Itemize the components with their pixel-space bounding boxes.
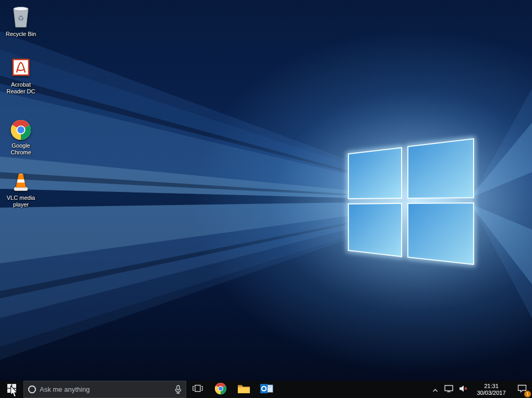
start-button[interactable]	[0, 381, 23, 398]
desktop-icon-acrobat-reader[interactable]: Acrobat Reader DC	[1, 54, 41, 95]
desktop-icon-vlc[interactable]: VLC media player	[1, 167, 41, 208]
tray-network-button[interactable]	[441, 381, 456, 398]
desktop-icon-recycle-bin[interactable]: ♻ Recycle Bin	[1, 3, 41, 38]
file-explorer-icon	[237, 383, 250, 396]
wallpaper-windows-hero	[0, 0, 532, 381]
desktop-icon-google-chrome[interactable]: Google Chrome	[1, 115, 41, 156]
desktop-screen: ♻ Recycle Bin Acrobat Reader DC G	[0, 0, 532, 398]
tray-clock[interactable]: 21:31 30/03/2017	[470, 381, 512, 398]
desktop-icon-label: Google Chrome	[1, 142, 41, 156]
outlook-icon	[260, 383, 273, 396]
task-view-icon	[192, 384, 203, 394]
microphone-icon[interactable]	[175, 385, 182, 394]
task-view-button[interactable]	[186, 381, 209, 398]
search-input[interactable]	[40, 385, 171, 393]
tray-volume-button[interactable]	[456, 381, 470, 398]
display-icon	[444, 385, 453, 394]
chevron-up-icon	[432, 385, 438, 394]
system-tray: 21:31 30/03/2017 1	[429, 381, 532, 398]
start-icon	[7, 384, 16, 395]
tray-chevron-button[interactable]	[429, 381, 441, 398]
desktop-icon-label: Acrobat Reader DC	[1, 81, 41, 95]
acrobat-reader-icon	[10, 54, 32, 80]
notification-badge: 1	[524, 391, 531, 397]
speaker-muted-icon	[459, 385, 467, 394]
taskbar-file-explorer-button[interactable]	[232, 381, 255, 398]
cortana-ring-icon	[28, 385, 36, 393]
recycle-bin-icon: ♻	[10, 3, 31, 29]
taskbar: 21:31 30/03/2017 1	[0, 381, 532, 398]
svg-text:♻: ♻	[18, 14, 25, 22]
taskbar-outlook-button[interactable]	[255, 381, 278, 398]
clock-date: 30/03/2017	[477, 390, 505, 396]
desktop-icon-label: Recycle Bin	[6, 31, 36, 38]
desktop-icon-label: VLC media player	[1, 195, 41, 208]
clock-time: 21:31	[484, 383, 499, 390]
taskbar-empty-space	[278, 381, 429, 398]
action-center-button[interactable]: 1	[512, 381, 532, 398]
chrome-icon	[10, 115, 32, 141]
cortana-search-box[interactable]	[23, 381, 186, 398]
taskbar-chrome-button[interactable]	[209, 381, 232, 398]
vlc-cone-icon	[10, 167, 32, 193]
chrome-icon	[214, 382, 227, 397]
